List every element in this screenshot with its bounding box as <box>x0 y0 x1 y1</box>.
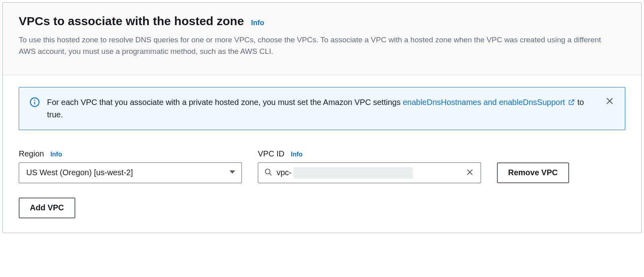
region-label: Region <box>19 149 44 158</box>
info-icon <box>29 97 40 107</box>
svg-line-6 <box>269 173 271 175</box>
vpc-id-field: VPC ID Info vpc- <box>258 149 481 183</box>
remove-vpc-button[interactable]: Remove VPC <box>497 162 569 183</box>
panel-description: To use this hosted zone to resolve DNS q… <box>19 34 617 57</box>
close-icon <box>465 172 474 178</box>
svg-point-5 <box>265 169 270 174</box>
svg-point-2 <box>34 100 35 101</box>
region-select-value: US West (Oregon) [us-west-2] <box>26 168 133 177</box>
region-info-link[interactable]: Info <box>50 151 62 158</box>
vpc-associate-panel: VPCs to associate with the hosted zone I… <box>2 2 642 233</box>
vpc-id-label: VPC ID <box>258 149 285 158</box>
vpc-id-clear-button[interactable] <box>464 166 476 179</box>
close-icon <box>605 101 615 107</box>
dns-settings-link[interactable]: enableDnsHostnames and enableDnsSupport <box>403 98 577 107</box>
region-field: Region Info US West (Oregon) [us-west-2] <box>19 149 242 183</box>
vpc-id-redacted <box>293 167 413 178</box>
search-icon <box>264 168 273 178</box>
add-vpc-button[interactable]: Add VPC <box>19 198 75 218</box>
vpc-id-info-link[interactable]: Info <box>291 151 302 158</box>
alert-text-before: For each VPC that you associate with a p… <box>47 98 403 107</box>
region-select[interactable]: US West (Oregon) [us-west-2] <box>19 162 242 183</box>
external-link-icon <box>568 97 575 104</box>
vpc-id-value-prefix: vpc- <box>277 168 292 177</box>
info-alert: For each VPC that you associate with a p… <box>19 87 625 130</box>
alert-close-button[interactable] <box>605 96 615 107</box>
panel-header: VPCs to associate with the hosted zone I… <box>3 3 641 75</box>
panel-info-link[interactable]: Info <box>251 19 264 27</box>
panel-title: VPCs to associate with the hosted zone <box>19 14 244 28</box>
panel-body: For each VPC that you associate with a p… <box>3 75 641 233</box>
dns-settings-link-text: enableDnsHostnames and enableDnsSupport <box>403 98 565 107</box>
info-alert-text: For each VPC that you associate with a p… <box>47 96 598 121</box>
vpc-id-input-wrap[interactable]: vpc- <box>258 162 481 183</box>
vpc-row: Region Info US West (Oregon) [us-west-2] <box>19 149 625 183</box>
vpc-id-input[interactable] <box>413 168 414 178</box>
chevron-down-icon <box>229 169 236 177</box>
